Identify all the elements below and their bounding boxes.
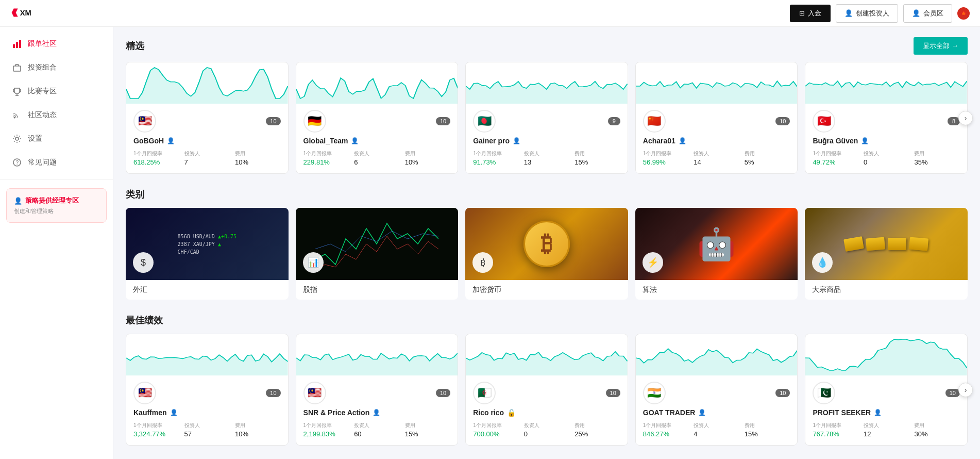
return-label: 1个月回报率 <box>813 422 858 429</box>
card-stats: 1个月回报率 2,199.83% 投资人 60 费用 15% <box>303 422 451 438</box>
card-achara01[interactable]: 🇨🇳 10 Achara01 👤 1个月回报率 56.99% 投资人 14 费用… <box>635 62 798 174</box>
investor-stat: 投资人 57 <box>184 422 230 438</box>
card-body: 🇩🇪 10 Global_Team 👤 1个月回报率 229.81% 投资人 6… <box>296 104 458 173</box>
best-performance-next-arrow[interactable]: › <box>958 383 973 397</box>
sidebar-item-portfolio[interactable]: 投资组合 <box>0 56 113 79</box>
category-bg-algo: 🤖 ⚡ <box>635 208 798 280</box>
sidebar-item-contest[interactable]: 比赛专区 <box>0 79 113 103</box>
category-bg-index: 📊 <box>296 208 459 280</box>
category-icon-forex: $ <box>133 252 154 273</box>
investor-stat: 投资人 6 <box>354 150 400 166</box>
card-name: Global_Team 👤 <box>303 137 451 145</box>
investor-stat: 投资人 12 <box>864 422 909 438</box>
category-card-forex[interactable]: 8568 USD/AUD ▲+0.75 2387 XAU/JPY ▲ CHF/C… <box>126 208 289 300</box>
card-gainer-pro[interactable]: 🇧🇩 9 Gainer pro 👤 1个月回报率 91.73% 投资人 13 费… <box>465 62 628 174</box>
card-flag-row: 🇩🇪 10 <box>303 110 451 133</box>
fee-value: 15% <box>575 158 620 166</box>
card-global-team[interactable]: 🇩🇪 10 Global_Team 👤 1个月回报率 229.81% 投资人 6… <box>296 62 459 174</box>
investor-value: 57 <box>184 430 230 438</box>
category-card-commodity[interactable]: 💧 大宗商品 <box>805 208 968 300</box>
fee-value: 10% <box>405 158 451 166</box>
chart-bar-icon <box>12 39 22 48</box>
show-all-button[interactable]: 显示全部 → <box>914 37 968 55</box>
flag-circle: 🇨🇳 <box>643 110 666 133</box>
card-stats: 1个月回报率 618.25% 投资人 7 费用 10% <box>133 150 281 166</box>
fee-label: 费用 <box>235 150 281 157</box>
sidebar-item-copy-community[interactable]: 跟单社区 <box>0 32 113 56</box>
return-label: 1个月回报率 <box>303 150 349 157</box>
promo-title: 👤 策略提供经理专区 <box>14 196 99 205</box>
investor-value: 60 <box>354 430 400 438</box>
return-stat: 1个月回报率 3,324.77% <box>133 422 179 438</box>
flag-circle: 🇲🇾 <box>303 382 326 404</box>
return-value: 91.73% <box>473 158 519 166</box>
category-icon-crypto: ₿ <box>472 252 493 273</box>
card-body: 🇮🇳 10 GOAT TRADER 👤 1个月回报率 846.27% 投资人 4… <box>636 375 798 445</box>
layout: 跟单社区 投资组合 比赛专区 社区动态 设置 <box>0 27 980 459</box>
card-chart <box>466 62 628 104</box>
categories-grid: 8568 USD/AUD ▲+0.75 2387 XAU/JPY ▲ CHF/C… <box>126 208 968 300</box>
faq-icon: ? <box>12 158 22 167</box>
card-stats: 1个月回报率 767.78% 投资人 12 费用 30% <box>813 422 960 438</box>
featured-next-arrow[interactable]: › <box>958 111 973 125</box>
category-card-algo[interactable]: 🤖 ⚡ 算法 <box>635 208 798 300</box>
fee-stat: 费用 5% <box>745 150 790 166</box>
sidebar-divider <box>0 179 113 180</box>
card-profit-seeker[interactable]: 🇵🇰 10 PROFIT SEEKER 👤 1个月回报率 767.78% 投资人… <box>805 334 968 446</box>
investor-label: 投资人 <box>184 422 230 429</box>
card-chart <box>296 62 458 104</box>
sidebar-promo[interactable]: 👤 策略提供经理专区 创建和管理策略 <box>6 188 107 223</box>
investor-stat: 投资人 4 <box>694 422 739 438</box>
deposit-label: 入金 <box>808 9 821 18</box>
card-stats: 1个月回报率 56.99% 投资人 14 费用 5% <box>643 150 790 166</box>
fee-label: 费用 <box>745 422 790 429</box>
fee-label: 费用 <box>575 422 620 429</box>
fee-stat: 费用 15% <box>405 422 451 438</box>
fee-value: 10% <box>235 430 281 438</box>
svg-point-7 <box>15 137 19 140</box>
fee-value: 15% <box>745 430 790 438</box>
sidebar-label-portfolio: 投资组合 <box>28 63 57 72</box>
svg-rect-4 <box>19 40 21 48</box>
card-name: Gainer pro 👤 <box>473 137 620 145</box>
show-all-label: 显示全部 → <box>923 41 958 51</box>
investor-label: 投资人 <box>524 422 570 429</box>
card-chart <box>805 334 967 375</box>
card-goat-trader[interactable]: 🇮🇳 10 GOAT TRADER 👤 1个月回报率 846.27% 投资人 4… <box>635 334 798 446</box>
flag-circle: 🇲🇾 <box>133 110 156 133</box>
card-kauffmen[interactable]: 🇲🇾 10 Kauffmen 👤 1个月回报率 3,324.77% 投资人 57… <box>126 334 289 446</box>
card-chart <box>126 62 288 104</box>
sidebar-item-community-feed[interactable]: 社区动态 <box>0 103 113 127</box>
promo-subtitle: 创建和管理策略 <box>14 207 99 215</box>
header-actions: ⊞ 入金 👤 创建投资人 👤 会员区 🍁 <box>790 4 970 23</box>
card-rico-rico[interactable]: 🇩🇿 10 Rico rico 🔒 1个月回报率 700.00% 投资人 0 费… <box>465 334 628 446</box>
sidebar-item-settings[interactable]: 设置 <box>0 127 113 151</box>
card-flag-row: 🇲🇾 10 <box>133 110 281 133</box>
card-badge: 10 <box>266 389 280 397</box>
create-investor-button[interactable]: 👤 创建投资人 <box>836 4 898 23</box>
categories-title: 类别 <box>126 188 144 201</box>
return-label: 1个月回报率 <box>813 150 858 157</box>
flag-circle: 🇩🇿 <box>473 382 496 404</box>
card-name: GoBGoH 👤 <box>133 137 281 145</box>
return-value: 618.25% <box>133 158 179 166</box>
person-icon: 👤 <box>874 409 882 416</box>
category-card-crypto[interactable]: ₿ ₿ 加密货币 <box>465 208 628 300</box>
card-stats: 1个月回报率 846.27% 投资人 4 费用 15% <box>643 422 790 438</box>
card-snr-price-action[interactable]: 🇲🇾 10 SNR & Price Action 👤 1个月回报率 2,199.… <box>296 334 459 446</box>
deposit-button[interactable]: ⊞ 入金 <box>790 5 831 22</box>
category-card-index[interactable]: 📊 股指 <box>296 208 459 300</box>
category-bg-crypto: ₿ ₿ <box>465 208 628 280</box>
create-investor-icon: 👤 <box>844 9 853 17</box>
fee-label: 费用 <box>745 150 790 157</box>
member-icon: 👤 <box>912 9 920 17</box>
member-button[interactable]: 👤 会员区 <box>903 4 952 23</box>
card-bugra-guven[interactable]: 🇹🇷 8 Buğra Güven 👤 1个月回报率 49.72% 投资人 0 费… <box>805 62 968 174</box>
investor-value: 7 <box>184 158 230 166</box>
fee-label: 费用 <box>914 150 960 157</box>
sidebar-item-faq[interactable]: ? 常见问题 <box>0 151 113 174</box>
category-bg-forex: 8568 USD/AUD ▲+0.75 2387 XAU/JPY ▲ CHF/C… <box>126 208 289 280</box>
card-gobgoh[interactable]: 🇲🇾 10 GoBGoH 👤 1个月回报率 618.25% 投资人 7 费用 1… <box>126 62 289 174</box>
fee-label: 费用 <box>914 422 960 429</box>
card-stats: 1个月回报率 3,324.77% 投资人 57 费用 10% <box>133 422 281 438</box>
